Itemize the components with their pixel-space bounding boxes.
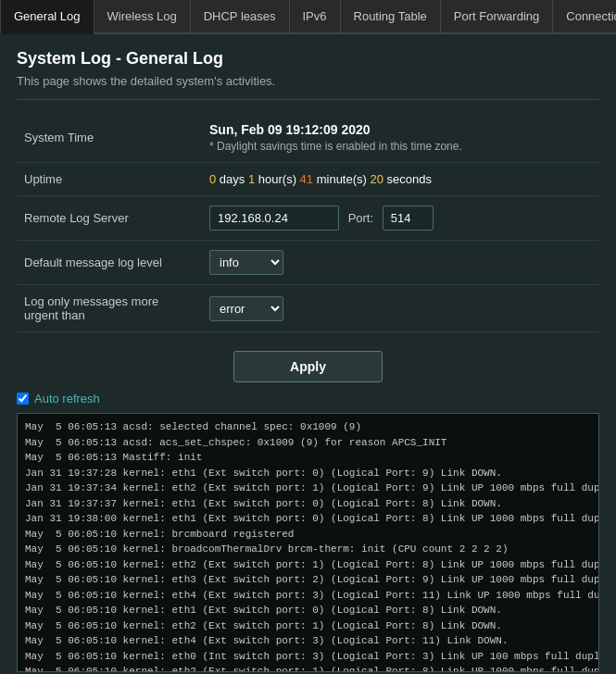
main-content: System Log - General Log This page shows… [0,34,616,674]
auto-refresh-checkbox[interactable] [17,393,29,405]
tab-dhcp-leases[interactable]: DHCP leases [191,0,290,32]
default-msg-select[interactable]: emerg alert crit error warning notice in… [209,250,283,275]
remote-log-value-cell: Port: [202,196,599,241]
default-msg-row: Default message log level emerg alert cr… [17,241,599,285]
tab-ipv6[interactable]: IPv6 [290,0,341,32]
system-info-table: System Time Sun, Feb 09 19:12:09 2020 * … [17,113,599,332]
system-time-label: System Time [17,113,202,163]
uptime-minutes-label: minute(s) [317,172,371,186]
remote-log-label: Remote Log Server [17,196,202,241]
uptime-row: Uptime 0 days 1 hour(s) 41 minute(s) 20 … [17,163,599,196]
port-input[interactable] [383,206,434,231]
tab-routing-table[interactable]: Routing Table [341,0,441,32]
log-urgent-value-cell: emerg alert crit error warning notice in… [202,285,599,332]
uptime-label: Uptime [17,163,202,196]
uptime-seconds-label: seconds [387,172,432,186]
tab-wireless-log[interactable]: Wireless Log [94,0,191,32]
tab-bar: General Log Wireless Log DHCP leases IPv… [0,0,616,34]
system-time-value-cell: Sun, Feb 09 19:12:09 2020 * Daylight sav… [202,113,599,163]
auto-refresh-row: Auto refresh [17,390,599,407]
system-time-row: System Time Sun, Feb 09 19:12:09 2020 * … [17,113,599,163]
log-output[interactable]: May 5 06:05:13 acsd: selected channel sp… [17,413,599,672]
log-urgent-label: Log only messages more urgent than [17,285,202,332]
uptime-seconds: 20 [370,172,383,186]
default-msg-label: Default message log level [17,241,202,285]
auto-refresh-label[interactable]: Auto refresh [34,392,100,406]
log-urgent-select[interactable]: emerg alert crit error warning notice in… [209,296,283,321]
system-time-value: Sun, Feb 09 19:12:09 2020 [209,122,592,137]
tab-connections[interactable]: Connections [553,0,616,32]
tab-port-forwarding[interactable]: Port Forwarding [441,0,553,32]
log-urgent-row: Log only messages more urgent than emerg… [17,285,599,332]
page-description: This page shows the detailed system's ac… [17,74,599,100]
apply-button[interactable]: Apply [233,351,383,382]
uptime-days-label: days [220,172,248,186]
tab-general-log[interactable]: General Log [0,0,94,34]
uptime-days: 0 [209,172,216,186]
system-time-note: * Daylight savings time is enabled in th… [209,140,592,153]
port-label: Port: [348,211,373,225]
remote-log-ip-input[interactable] [209,206,339,231]
uptime-text: 0 days 1 hour(s) 41 minute(s) 20 seconds [209,172,432,186]
apply-row: Apply [17,342,599,390]
remote-log-row: Remote Log Server Port: [17,196,599,241]
uptime-value-cell: 0 days 1 hour(s) 41 minute(s) 20 seconds [202,163,599,196]
uptime-minutes: 41 [300,172,313,186]
default-msg-value-cell: emerg alert crit error warning notice in… [202,241,599,285]
page-title: System Log - General Log [17,49,599,69]
uptime-hours-label: hour(s) [258,172,300,186]
uptime-hours: 1 [248,172,255,186]
